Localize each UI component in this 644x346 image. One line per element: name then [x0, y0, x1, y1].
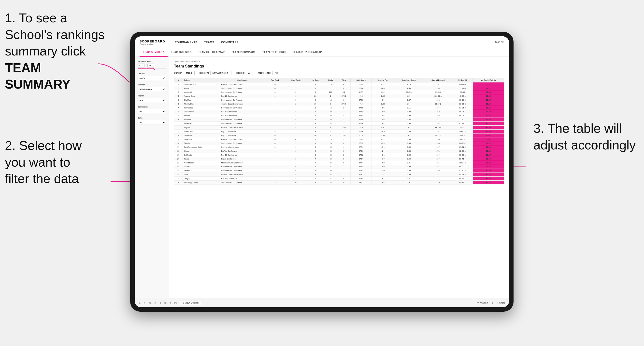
- table-cell: 10: [307, 102, 324, 106]
- table-cell: 265: [394, 94, 424, 98]
- table-row[interactable]: 5Ole MissSoutheastern Conference–3618127…: [174, 98, 504, 102]
- table-cell: 4: [285, 137, 307, 141]
- table-cell: 279.5: [350, 177, 372, 180]
- table-row[interactable]: 19CaliforniaPac-12 Conference–48242278.2…: [174, 153, 504, 157]
- table-row[interactable]: 6Florida StateAtlantic Coast Conference–…: [174, 102, 504, 106]
- table-row[interactable]: 25OregonPac-12 Conference–97210279.5-3.1…: [174, 177, 504, 180]
- table-row[interactable]: 11ArkansasSoutheastern Conference–582432…: [174, 122, 504, 126]
- copy-icon[interactable]: ⧉: [164, 301, 166, 305]
- filter-conference-select[interactable]: (All): [138, 109, 166, 113]
- table-row[interactable]: 23Texas A&MSoutheastern Conference–91030…: [174, 169, 504, 173]
- sub-nav: TEAM SUMMARY TEAM H2H GRID TEAM H2H HEAT…: [135, 48, 509, 57]
- table-cell: –: [265, 157, 285, 161]
- plus-icon[interactable]: +: [170, 301, 171, 305]
- grid-icon[interactable]: ⊞: [492, 302, 494, 304]
- home-icon[interactable]: ⌂: [154, 301, 156, 305]
- table-cell: 6: [307, 106, 324, 110]
- table-cell: 267: [424, 145, 452, 149]
- table-row[interactable]: 24DukeAtlantic Coast Conference–59271279…: [174, 173, 504, 177]
- table-cell: 109-24-2: [452, 161, 473, 165]
- table-row[interactable]: 10AlabamaSoutheastern Conference–5823327…: [174, 118, 504, 122]
- filter-region-select[interactable]: N/A All: [138, 98, 166, 102]
- table-row[interactable]: 13Texas TechBig 12 Conference–19272276.0…: [174, 130, 504, 134]
- table-cell: Alabama: [182, 118, 220, 122]
- filter-min-input[interactable]: [138, 64, 144, 67]
- reload-icon[interactable]: ↺: [149, 301, 151, 305]
- table-row[interactable]: 3VanderbiltSoutheastern Conference–25271…: [174, 90, 504, 94]
- view-original-button[interactable]: ⊙ View: Original: [180, 301, 201, 305]
- table-cell: Atlantic Coast Conference: [220, 137, 265, 141]
- table-row[interactable]: 26Mississippi StateSoutheastern Conferen…: [174, 180, 504, 184]
- table-cell: 80.47: [473, 134, 504, 137]
- table-cell: 16: [174, 141, 183, 145]
- forward-icon[interactable]: ▷: [144, 301, 146, 305]
- table-row[interactable]: 8WashingtonPac-12 Conference–28231276.3-…: [174, 110, 504, 114]
- instruction-3-text: 3. The table will adjust accordingly: [534, 121, 636, 152]
- table-row[interactable]: 16FloridaSoutheastern Conference–7924427…: [174, 141, 504, 145]
- table-cell: 276.3: [350, 110, 372, 114]
- tab-team-h2h-grid[interactable]: TEAM H2H GRID: [168, 48, 195, 57]
- table-cell: 23: [324, 110, 337, 114]
- tab-player-summary[interactable]: PLAYER SUMMARY: [228, 48, 259, 57]
- nav-teams[interactable]: TEAMS: [204, 41, 214, 44]
- table-row[interactable]: 7TennesseeSoutheastern Conference–461822…: [174, 106, 504, 110]
- table-cell: 17-9-0: [452, 126, 473, 130]
- table-cell: 80.34: [473, 130, 504, 134]
- table-row[interactable]: 1North CarolinaAtlantic Coast Conference…: [174, 82, 504, 86]
- table-row[interactable]: 12VirginiaAtlantic Coast Conference–8241…: [174, 126, 504, 130]
- share-button[interactable]: ↑ Share: [497, 302, 505, 304]
- table-cell: 21: [324, 177, 337, 180]
- region-chip: Region: All: [236, 71, 253, 75]
- table-cell: -1.4: [372, 149, 394, 153]
- table-cell: 273.6: [350, 86, 372, 90]
- table-cell: Southeastern Conference: [220, 98, 265, 102]
- table-cell: 5: [174, 98, 183, 102]
- table-cell: -0.4: [372, 173, 394, 177]
- table-row[interactable]: 22GeorgiaSoutheastern Conference–8721127…: [174, 165, 504, 169]
- nav-bar: SCOREBOARD Powered by clippi TOURNAMENTS…: [135, 36, 509, 48]
- tab-player-h2h-grid[interactable]: PLAYER H2H GRID: [259, 48, 289, 57]
- table-row[interactable]: 18IllinoisBig Ten Conference–19231279.1-…: [174, 149, 504, 153]
- table-cell: 4: [174, 94, 183, 98]
- nav-committee[interactable]: COMMITTEE: [221, 41, 238, 44]
- filter-max-input[interactable]: [148, 64, 154, 67]
- nav-tournaments[interactable]: TOURNAMENTS: [175, 41, 197, 44]
- table-cell: 26: [174, 180, 183, 184]
- col-rank: #: [174, 78, 183, 82]
- standings-table: # School Conference Reg Rank Conf Rank N…: [174, 78, 504, 184]
- table-row[interactable]: 21New MexicoMountain West Conference–192…: [174, 161, 504, 165]
- filter-gender-select[interactable]: Men's Women's: [138, 76, 166, 80]
- table-cell: 278.7: [350, 157, 372, 161]
- table-cell: Illinois: [182, 149, 220, 153]
- table-row[interactable]: 15Georgia TechAtlantic Coast Conference–…: [174, 137, 504, 141]
- table-row[interactable]: 17East Tennessee StateSouthern Conferenc…: [174, 145, 504, 149]
- filter-school-select[interactable]: (All): [138, 120, 166, 124]
- share-icon-bottom[interactable]: ⬆: [159, 301, 162, 305]
- tab-team-summary[interactable]: TEAM SUMMARY: [140, 48, 168, 57]
- table-cell: –: [265, 102, 285, 106]
- table-cell: Southeastern Conference: [220, 141, 265, 145]
- table-cell: 13: [174, 130, 183, 134]
- slider-track[interactable]: [138, 68, 166, 69]
- table-cell: 5: [285, 118, 307, 122]
- table-row[interactable]: 14OklahomaBig 12 Conference–2242276.9-5.…: [174, 134, 504, 137]
- table-row[interactable]: 4Arizona StatePac-12 Conference–1261274.…: [174, 94, 504, 98]
- back-icon[interactable]: ◁: [138, 301, 141, 305]
- table-row[interactable]: 2AuburnSoutheastern Conference–19276273.…: [174, 86, 504, 90]
- tab-team-h2h-heatmap[interactable]: TEAM H2H HEATMAP: [195, 48, 228, 57]
- sign-out[interactable]: Sign out: [495, 41, 504, 43]
- table-cell: 215: [424, 161, 452, 165]
- watch-button[interactable]: 👁 Watch ▾: [477, 302, 488, 304]
- table-cell: 95-9-0: [394, 90, 424, 94]
- table-cell: Atlantic Coast Conference: [220, 173, 265, 177]
- table-cell: -3.1: [372, 177, 394, 180]
- table-cell: 269: [424, 169, 452, 173]
- filter-division-select[interactable]: NCAA Division I NCAA Division II: [138, 87, 166, 91]
- table-row[interactable]: 20TexasBig 12 Conference–37208278.7-0.71…: [174, 157, 504, 161]
- slider-thumb[interactable]: [153, 68, 155, 70]
- clock-icon[interactable]: ◷: [174, 301, 177, 305]
- tab-player-h2h-heatmap[interactable]: PLAYER H2H HEATMAP: [289, 48, 325, 57]
- table-cell: 30: [324, 169, 337, 173]
- table-cell: 2.77: [350, 90, 372, 94]
- table-row[interactable]: 9ArizonaPac-12 Conference–28234276.3-4.6…: [174, 114, 504, 118]
